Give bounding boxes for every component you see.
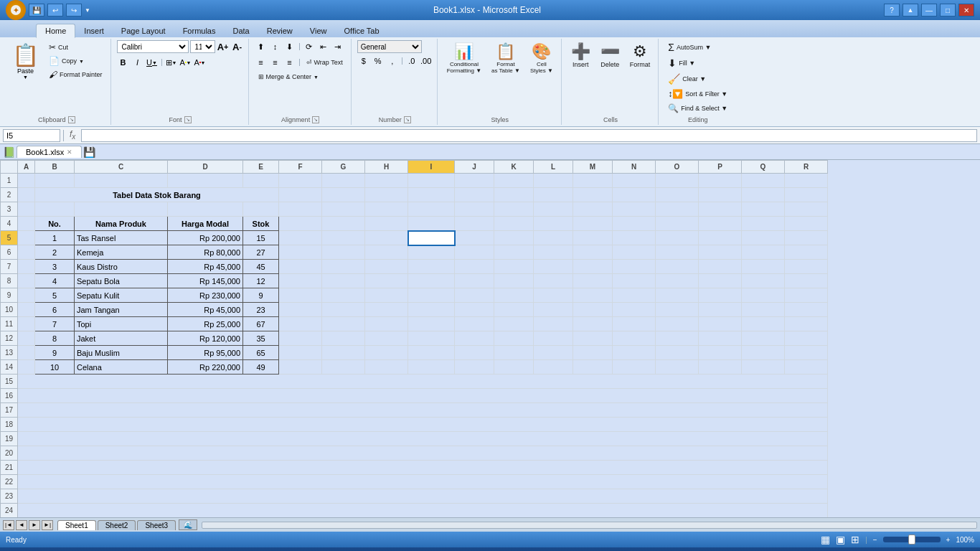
cell-j12[interactable] — [455, 331, 494, 346]
cell-o9[interactable] — [656, 288, 699, 303]
cell-i10[interactable] — [408, 303, 455, 317]
cell-k10[interactable] — [494, 303, 534, 317]
view-page-layout-btn[interactable]: ▣ — [836, 534, 845, 545]
cell-i8[interactable] — [408, 274, 455, 288]
cell-d8[interactable]: Rp 145,000 — [168, 274, 243, 288]
cell-f3[interactable] — [279, 202, 322, 217]
cell-o13[interactable] — [656, 346, 699, 360]
cell-e13[interactable]: 65 — [243, 346, 279, 360]
copy-dropdown[interactable]: ▼ — [79, 59, 84, 64]
cell-l3[interactable] — [534, 202, 573, 217]
cell-d10[interactable]: Rp 45,000 — [168, 303, 243, 317]
cell-f13[interactable] — [279, 346, 322, 360]
cell-f11[interactable] — [279, 317, 322, 331]
cell-p2[interactable] — [699, 188, 742, 202]
cell-a8[interactable] — [18, 274, 35, 288]
cell-empty-20[interactable] — [18, 446, 828, 461]
cell-m3[interactable] — [573, 202, 613, 217]
format-as-table-button[interactable]: 📋 Formatas Table ▼ — [488, 40, 524, 76]
cell-o7[interactable] — [656, 260, 699, 274]
cell-m11[interactable] — [573, 317, 613, 331]
cell-m14[interactable] — [573, 360, 613, 375]
cell-p7[interactable] — [699, 260, 742, 274]
cell-g13[interactable] — [322, 346, 365, 360]
cut-button[interactable]: ✂ Cut — [45, 41, 106, 54]
cell-r14[interactable] — [785, 360, 828, 375]
cell-r7[interactable] — [785, 260, 828, 274]
cell-a2[interactable] — [18, 188, 35, 202]
cell-g14[interactable] — [322, 360, 365, 375]
cell-c14[interactable]: Celana — [75, 360, 168, 375]
cell-l9[interactable] — [534, 288, 573, 303]
cell-h10[interactable] — [365, 303, 408, 317]
cell-p12[interactable] — [699, 331, 742, 346]
cell-p1[interactable] — [699, 174, 742, 188]
cell-c7[interactable]: Kaus Distro — [75, 260, 168, 274]
tab-data[interactable]: Data — [224, 24, 258, 37]
cell-o12[interactable] — [656, 331, 699, 346]
cell-empty-18[interactable] — [18, 418, 828, 432]
cell-a3[interactable] — [18, 202, 35, 217]
cell-i5-selected[interactable] — [408, 231, 455, 245]
cell-g7[interactable] — [322, 260, 365, 274]
cell-h1[interactable] — [365, 174, 408, 188]
cell-n14[interactable] — [613, 360, 656, 375]
cell-c6[interactable]: Kemeja — [75, 245, 168, 260]
font-size-select[interactable]: 11 — [190, 40, 215, 53]
cell-d6[interactable]: Rp 80,000 — [168, 245, 243, 260]
cell-i1[interactable] — [408, 174, 455, 188]
cell-h7[interactable] — [365, 260, 408, 274]
close-btn[interactable]: ✕ — [958, 4, 974, 17]
align-top-btn[interactable]: ⬆ — [255, 40, 268, 53]
cell-b13[interactable]: 9 — [35, 346, 75, 360]
decrease-decimal-btn[interactable]: .00 — [420, 55, 433, 67]
cell-q5[interactable] — [742, 231, 785, 245]
cell-o3[interactable] — [656, 202, 699, 217]
clipboard-expand[interactable]: ↘ — [68, 116, 75, 123]
cell-n2[interactable] — [613, 188, 656, 202]
cell-f5[interactable] — [279, 231, 322, 245]
tab-view[interactable]: View — [301, 24, 336, 37]
cell-o10[interactable] — [656, 303, 699, 317]
paste-dropdown[interactable]: ▼ — [23, 75, 28, 80]
cell-g10[interactable] — [322, 303, 365, 317]
cell-e6[interactable]: 27 — [243, 245, 279, 260]
format-painter-button[interactable]: 🖌 Format Painter — [45, 68, 106, 81]
cell-r10[interactable] — [785, 303, 828, 317]
cell-m8[interactable] — [573, 274, 613, 288]
cell-p14[interactable] — [699, 360, 742, 375]
cell-g11[interactable] — [322, 317, 365, 331]
cell-k13[interactable] — [494, 346, 534, 360]
cell-g2[interactable] — [322, 188, 365, 202]
cell-m1[interactable] — [573, 174, 613, 188]
cell-c11[interactable]: Topi — [75, 317, 168, 331]
col-header-a[interactable]: A — [18, 161, 35, 174]
tab-page-layout[interactable]: Page Layout — [113, 24, 174, 37]
cell-r12[interactable] — [785, 331, 828, 346]
cell-a7[interactable] — [18, 260, 35, 274]
cell-e8[interactable]: 12 — [243, 274, 279, 288]
cell-k6[interactable] — [494, 245, 534, 260]
file-tab-book1[interactable]: Book1.xlsx ✕ — [17, 146, 82, 158]
cell-i13[interactable] — [408, 346, 455, 360]
cell-q14[interactable] — [742, 360, 785, 375]
cell-d11[interactable]: Rp 25,000 — [168, 317, 243, 331]
cell-c1[interactable] — [75, 174, 168, 188]
cell-r2[interactable] — [785, 188, 828, 202]
cell-f6[interactable] — [279, 245, 322, 260]
cell-empty-23[interactable] — [18, 489, 828, 504]
insert-sheet-btn[interactable]: 🌊 — [179, 519, 197, 530]
cell-n7[interactable] — [613, 260, 656, 274]
cell-c12[interactable]: Jaket — [75, 331, 168, 346]
cell-b14[interactable]: 10 — [35, 360, 75, 375]
format-button[interactable]: ⚙ Format — [626, 40, 654, 70]
cell-k11[interactable] — [494, 317, 534, 331]
border-button[interactable]: ⊞▼ — [165, 56, 178, 69]
cell-n9[interactable] — [613, 288, 656, 303]
cell-p6[interactable] — [699, 245, 742, 260]
cell-j2[interactable] — [455, 188, 494, 202]
cell-k14[interactable] — [494, 360, 534, 375]
cell-q13[interactable] — [742, 346, 785, 360]
quick-save[interactable]: 💾 — [29, 4, 44, 17]
cell-k5[interactable] — [494, 231, 534, 245]
